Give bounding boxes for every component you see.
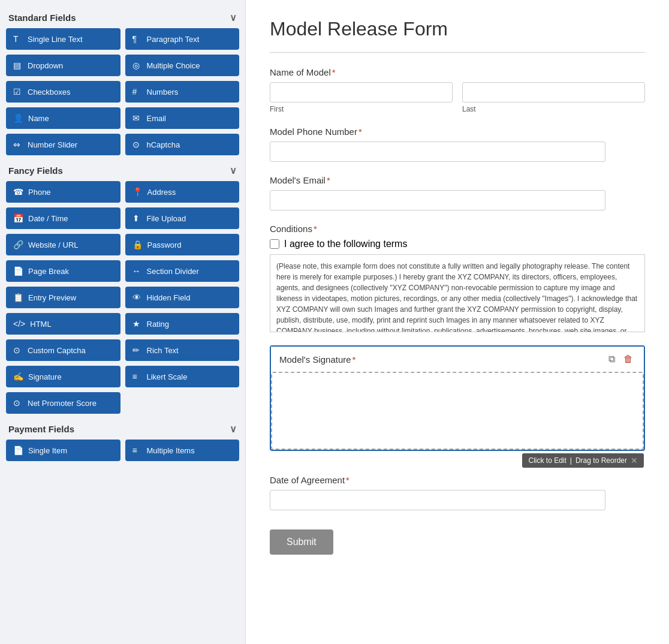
signature-field-header: Model's Signature* ⧉ 🗑 bbox=[271, 347, 644, 372]
field-label-email: Email bbox=[147, 114, 167, 123]
payment-fields-label: Payment Fields bbox=[8, 424, 74, 434]
field-btn-paragraph-text[interactable]: ¶ Paragraph Text bbox=[125, 28, 240, 50]
tooltip-separator: | bbox=[570, 456, 572, 465]
submit-button[interactable]: Submit bbox=[270, 529, 333, 555]
field-btn-html[interactable]: </> HTML bbox=[6, 313, 120, 335]
field-btn-date-time[interactable]: 📅 Date / Time bbox=[6, 207, 120, 229]
required-star-email: * bbox=[327, 175, 330, 185]
field-label-password: Password bbox=[147, 240, 182, 249]
delete-button[interactable]: 🗑 bbox=[621, 353, 635, 366]
last-name-input[interactable] bbox=[462, 82, 645, 103]
field-btn-checkboxes[interactable]: ☑ Checkboxes bbox=[6, 81, 120, 103]
field-btn-page-break[interactable]: 📄 Page Break bbox=[6, 260, 120, 282]
field-btn-phone[interactable]: ☎ Phone bbox=[6, 181, 120, 203]
field-btn-net-promoter-score[interactable]: ⊙ Net Promoter Score bbox=[6, 392, 120, 414]
field-label-multiple-items: Multiple Items bbox=[147, 446, 195, 455]
dropdown-icon: ▤ bbox=[13, 61, 23, 70]
field-label-numbers: Numbers bbox=[147, 88, 179, 97]
multiple-choice-icon: ◎ bbox=[132, 61, 142, 70]
tooltip-close[interactable]: ✕ bbox=[631, 456, 638, 465]
field-label-dropdown: Dropdown bbox=[28, 61, 63, 70]
field-btn-rich-text[interactable]: ✏ Rich Text bbox=[125, 339, 240, 361]
conditions-label: Conditions* bbox=[270, 224, 645, 234]
conditions-text-block: (Please note, this example form does not… bbox=[270, 254, 645, 332]
field-btn-dropdown[interactable]: ▤ Dropdown bbox=[6, 55, 120, 76]
field-btn-website-url[interactable]: 🔗 Website / URL bbox=[6, 234, 120, 255]
first-name-input[interactable] bbox=[270, 82, 453, 103]
date-input[interactable] bbox=[270, 490, 605, 510]
payment-fields-header[interactable]: Payment Fields ∨ bbox=[6, 417, 239, 440]
field-label-custom-captcha: Custom Captcha bbox=[28, 346, 86, 355]
phone-input[interactable] bbox=[270, 142, 605, 162]
field-label-address: Address bbox=[147, 188, 176, 197]
field-btn-entry-preview[interactable]: 📋 Entry Preview bbox=[6, 287, 120, 308]
field-btn-numbers[interactable]: # Numbers bbox=[125, 81, 240, 103]
field-btn-address[interactable]: 📍 Address bbox=[125, 181, 240, 203]
field-btn-multiple-items[interactable]: ≡ Multiple Items bbox=[125, 440, 240, 461]
field-btn-file-upload[interactable]: ⬆ File Upload bbox=[125, 207, 240, 229]
single-item-icon: 📄 bbox=[13, 446, 23, 455]
last-name-sub: Last bbox=[462, 82, 645, 113]
field-label-number-slider: Number Slider bbox=[28, 140, 77, 149]
email-group: Model's Email* bbox=[270, 175, 645, 210]
field-btn-hcaptcha[interactable]: ⊙ hCaptcha bbox=[125, 134, 240, 155]
field-btn-single-item[interactable]: 📄 Single Item bbox=[6, 440, 120, 461]
drag-reorder-label: Drag to Reorder bbox=[575, 456, 627, 465]
email-input[interactable] bbox=[270, 190, 605, 210]
fancy-fields-header[interactable]: Fancy Fields ∨ bbox=[6, 159, 239, 181]
field-label-hidden-field: Hidden Field bbox=[147, 293, 191, 302]
name-row: First Last bbox=[270, 82, 645, 113]
html-icon: </> bbox=[13, 319, 25, 329]
section-divider-icon: ↔ bbox=[132, 266, 142, 276]
sidebar: Standard Fields ∨ T Single Line Text ¶ P… bbox=[0, 0, 246, 644]
field-label-signature: Signature bbox=[28, 372, 62, 381]
click-to-edit-label: Click to Edit bbox=[528, 456, 566, 465]
paragraph-text-icon: ¶ bbox=[132, 34, 142, 44]
standard-fields-chevron: ∨ bbox=[230, 12, 237, 23]
field-label-hcaptcha: hCaptcha bbox=[147, 140, 180, 149]
standard-fields-header[interactable]: Standard Fields ∨ bbox=[6, 6, 239, 28]
required-star: * bbox=[332, 67, 336, 77]
field-btn-email[interactable]: ✉ Email bbox=[125, 107, 240, 129]
field-btn-password[interactable]: 🔒 Password bbox=[125, 234, 240, 255]
rich-text-icon: ✏ bbox=[132, 345, 142, 355]
field-btn-multiple-choice[interactable]: ◎ Multiple Choice bbox=[125, 55, 240, 76]
numbers-icon: # bbox=[132, 87, 142, 97]
checkbox-text: I agree to the following terms bbox=[284, 239, 407, 249]
field-btn-section-divider[interactable]: ↔ Section Divider bbox=[125, 260, 240, 282]
field-btn-likert-scale[interactable]: ≡ Likert Scale bbox=[125, 366, 240, 387]
signature-input-area[interactable] bbox=[271, 372, 644, 450]
required-star-phone: * bbox=[358, 127, 362, 137]
field-btn-rating[interactable]: ★ Rating bbox=[125, 313, 240, 335]
field-btn-signature[interactable]: ✍ Signature bbox=[6, 366, 120, 387]
signature-label: Model's Signature* bbox=[279, 354, 355, 365]
name-of-model-label: Name of Model* bbox=[270, 67, 645, 77]
field-label-rating: Rating bbox=[147, 320, 170, 329]
field-label-section-divider: Section Divider bbox=[147, 267, 199, 276]
likert-scale-icon: ≡ bbox=[132, 372, 142, 381]
field-btn-hidden-field[interactable]: 👁 Hidden Field bbox=[125, 287, 240, 308]
net-promoter-score-icon: ⊙ bbox=[13, 398, 23, 408]
fancy-fields-chevron: ∨ bbox=[230, 165, 237, 176]
fancy-fields-grid: ☎ Phone 📍 Address 📅 Date / Time ⬆ File U… bbox=[6, 181, 239, 414]
conditions-checkbox[interactable] bbox=[270, 239, 279, 249]
first-name-sub: First bbox=[270, 82, 453, 113]
field-btn-single-line-text[interactable]: T Single Line Text bbox=[6, 28, 120, 50]
field-btn-number-slider[interactable]: ⇔ Number Slider bbox=[6, 134, 120, 155]
date-label: Date of Agreement* bbox=[270, 475, 645, 485]
last-label: Last bbox=[462, 105, 645, 113]
form-title: Model Release Form bbox=[270, 18, 645, 40]
website-url-icon: 🔗 bbox=[13, 240, 23, 249]
date-time-icon: 📅 bbox=[13, 213, 23, 223]
click-to-edit-bar: Click to Edit | Drag to Reorder ✕ bbox=[522, 453, 644, 468]
hcaptcha-icon: ⊙ bbox=[132, 140, 142, 149]
copy-button[interactable]: ⧉ bbox=[606, 353, 617, 366]
phone-label: Model Phone Number* bbox=[270, 127, 645, 137]
field-btn-name[interactable]: 👤 Name bbox=[6, 107, 120, 129]
field-label-checkboxes: Checkboxes bbox=[28, 88, 71, 97]
file-upload-icon: ⬆ bbox=[132, 213, 142, 223]
field-label-website-url: Website / URL bbox=[28, 240, 79, 249]
required-star-signature: * bbox=[352, 354, 356, 365]
rating-icon: ★ bbox=[132, 319, 142, 329]
field-btn-custom-captcha[interactable]: ⊙ Custom Captcha bbox=[6, 339, 120, 361]
